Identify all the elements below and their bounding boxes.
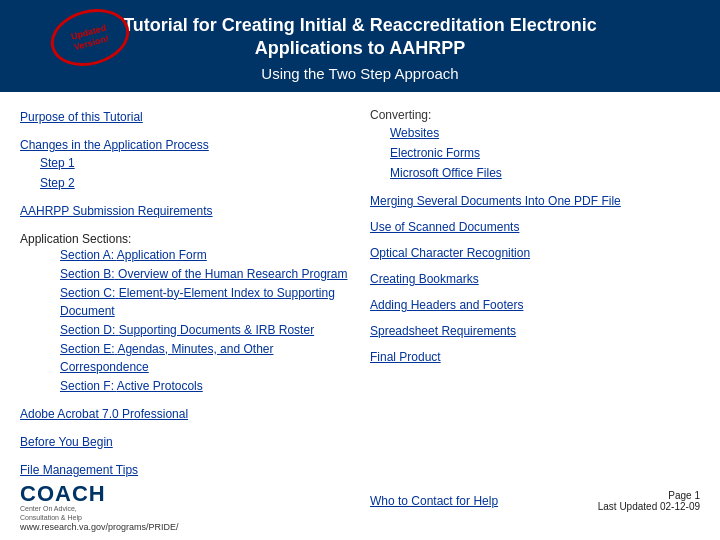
merging-link[interactable]: Merging Several Documents Into One PDF F… bbox=[370, 192, 700, 210]
step1-link[interactable]: Step 1 bbox=[40, 154, 350, 172]
creating-bookmarks-link[interactable]: Creating Bookmarks bbox=[370, 270, 700, 288]
coach-logo: COACH Center On Advice,Consultation & He… bbox=[20, 483, 179, 532]
converting-group: Converting: Websites Electronic Forms Mi… bbox=[370, 108, 700, 182]
section-a[interactable]: Section A: Application Form bbox=[60, 246, 350, 264]
changes-link[interactable]: Changes in the Application Process bbox=[20, 136, 350, 154]
changes-section: Changes in the Application Process Step … bbox=[20, 136, 350, 192]
section-d[interactable]: Section D: Supporting Documents & IRB Ro… bbox=[60, 321, 350, 339]
final-product-link[interactable]: Final Product bbox=[370, 348, 700, 366]
footer-url: www.research.va.gov/programs/PRIDE/ bbox=[20, 522, 179, 532]
coach-brand: COACH bbox=[20, 483, 106, 505]
section-e[interactable]: Section E: Agendas, Minutes, and Other C… bbox=[60, 340, 350, 376]
app-sections-list: Section A: Application Form Section B: O… bbox=[60, 246, 350, 395]
stamp-text: Updated Version! bbox=[70, 22, 110, 52]
websites-link[interactable]: Websites bbox=[390, 124, 700, 142]
left-column: Purpose of this Tutorial Changes in the … bbox=[20, 108, 350, 512]
section-f[interactable]: Section F: Active Protocols bbox=[60, 377, 350, 395]
aahrpp-link[interactable]: AAHRPP Submission Requirements bbox=[20, 202, 350, 220]
file-mgmt-link[interactable]: File Management Tips bbox=[20, 461, 350, 479]
spreadsheet-link[interactable]: Spreadsheet Requirements bbox=[370, 322, 700, 340]
converting-label: Converting: bbox=[370, 108, 700, 122]
adobe-link[interactable]: Adobe Acrobat 7.0 Professional bbox=[20, 405, 350, 423]
step2-link[interactable]: Step 2 bbox=[40, 174, 350, 192]
content-area: Purpose of this Tutorial Changes in the … bbox=[0, 92, 720, 522]
coach-subtext: Center On Advice,Consultation & Help bbox=[20, 505, 82, 522]
section-b[interactable]: Section B: Overview of the Human Researc… bbox=[60, 265, 350, 283]
stamp: Updated Version! bbox=[44, 1, 136, 75]
app-sections: Application Sections: Section A: Applica… bbox=[20, 230, 350, 395]
electronic-forms-link[interactable]: Electronic Forms bbox=[390, 144, 700, 162]
ms-office-link[interactable]: Microsoft Office Files bbox=[390, 164, 700, 182]
app-sections-label: Application Sections: bbox=[20, 232, 350, 246]
converting-list: Websites Electronic Forms Microsoft Offi… bbox=[390, 124, 700, 182]
right-column: Converting: Websites Electronic Forms Mi… bbox=[370, 108, 700, 512]
optical-link[interactable]: Optical Character Recognition bbox=[370, 244, 700, 262]
use-scanned-link[interactable]: Use of Scanned Documents bbox=[370, 218, 700, 236]
before-link[interactable]: Before You Begin bbox=[20, 433, 350, 451]
adding-headers-link[interactable]: Adding Headers and Footers bbox=[370, 296, 700, 314]
purpose-link[interactable]: Purpose of this Tutorial bbox=[20, 108, 350, 126]
header: Updated Version! Tutorial for Creating I… bbox=[0, 0, 720, 92]
page-subtitle: Using the Two Step Approach bbox=[10, 65, 710, 82]
footer: COACH Center On Advice,Consultation & He… bbox=[0, 483, 720, 532]
section-c[interactable]: Section C: Element-by-Element Index to S… bbox=[60, 284, 350, 320]
